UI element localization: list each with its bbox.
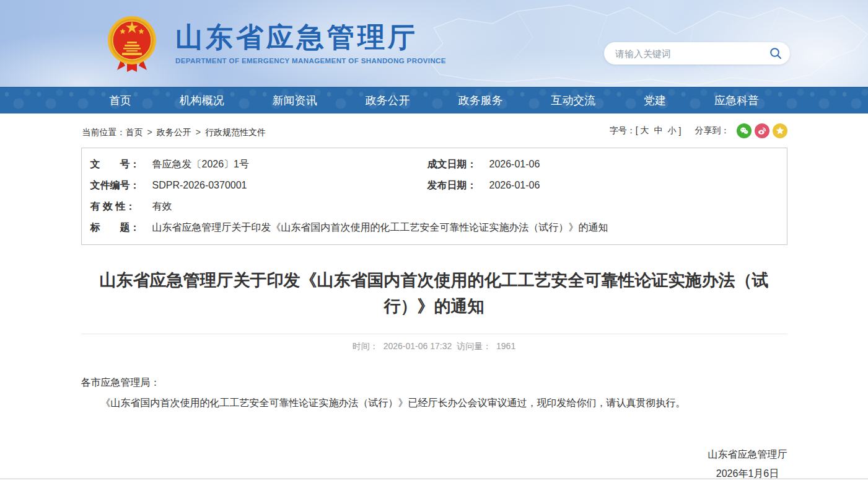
nav-item-science[interactable]: 应急科普 bbox=[714, 93, 759, 108]
nav-item-interaction[interactable]: 互动交流 bbox=[551, 93, 595, 108]
site-header: 山东省应急管理厅 DEPARTMENT OF EMERGENCY MANAGEM… bbox=[0, 0, 868, 87]
content-container: 当前位置：首页>政务公开>行政规范性文件 字号：[ 大 中 小 ] 分享到： bbox=[81, 123, 787, 480]
share-wechat-icon[interactable] bbox=[737, 123, 752, 138]
meta-row-validity: 有 效 性： 有效 bbox=[82, 196, 787, 217]
page: 山东省应急管理厅 DEPARTMENT OF EMERGENCY MANAGEM… bbox=[0, 0, 868, 480]
validity-label: 有 效 性： bbox=[90, 196, 152, 217]
share-label: 分享到： bbox=[695, 125, 730, 136]
doc-number-value: 鲁应急发〔2026〕1号 bbox=[152, 154, 419, 175]
file-code-value: SDPR-2026-0370001 bbox=[152, 175, 419, 196]
visits-value: 1961 bbox=[496, 341, 515, 351]
main-nav: 首页 机构概况 新闻资讯 政务公开 政务服务 互动交流 党建 应急科普 bbox=[0, 87, 868, 113]
validity-value: 有效 bbox=[152, 196, 172, 217]
font-size-prefix: 字号：[ bbox=[610, 125, 638, 136]
article-salutation: 各市应急管理局： bbox=[81, 373, 787, 392]
title-divider bbox=[81, 334, 787, 334]
share-weibo-icon[interactable] bbox=[755, 123, 769, 138]
breadcrumb-gov-affairs[interactable]: 政务公开 bbox=[157, 127, 191, 137]
publish-date-label: 发布日期： bbox=[427, 175, 489, 196]
written-date-label: 成文日期： bbox=[427, 154, 489, 175]
breadcrumb-home[interactable]: 首页 bbox=[126, 127, 143, 137]
search-icon[interactable] bbox=[769, 47, 783, 60]
font-size-small-button[interactable]: 小 bbox=[668, 125, 677, 136]
time-value: 2026-01-06 17:32 bbox=[384, 341, 452, 351]
meta-row-file-code: 文件编号： SDPR-2026-0370001 发布日期： 2026-01-06 bbox=[82, 175, 787, 196]
meta-row-doc-number: 文 号： 鲁应急发〔2026〕1号 成文日期： 2026-01-06 bbox=[82, 154, 787, 175]
font-size-medium-button[interactable]: 中 bbox=[654, 125, 663, 136]
article-meta-line: 时间： 2026-01-06 17:32 访问量： 1961 bbox=[81, 341, 787, 352]
written-date-value: 2026-01-06 bbox=[489, 154, 540, 175]
breadcrumb-prefix: 当前位置： bbox=[82, 127, 126, 137]
time-label: 时间： bbox=[353, 341, 379, 351]
site-logo[interactable]: 山东省应急管理厅 DEPARTMENT OF EMERGENCY MANAGEM… bbox=[101, 12, 446, 74]
national-emblem-icon bbox=[101, 12, 163, 74]
breadcrumb-separator: > bbox=[147, 127, 152, 137]
main-nav-inner: 首页 机构概况 新闻资讯 政务公开 政务服务 互动交流 党建 应急科普 bbox=[79, 87, 789, 113]
doc-title-value: 山东省应急管理厅关于印发《山东省国内首次使用的化工工艺安全可靠性论证实施办法（试… bbox=[152, 217, 608, 238]
article-signature: 山东省应急管理厅 2026年1月6日 bbox=[81, 445, 787, 480]
doc-number-label: 文 号： bbox=[90, 154, 152, 175]
signer-name: 山东省应急管理厅 bbox=[708, 445, 787, 464]
document-meta-table: 文 号： 鲁应急发〔2026〕1号 成文日期： 2026-01-06 文件编号：… bbox=[81, 148, 787, 245]
breadcrumb-separator: > bbox=[196, 127, 201, 137]
file-code-label: 文件编号： bbox=[90, 175, 152, 196]
nav-item-party[interactable]: 党建 bbox=[644, 93, 666, 108]
nav-item-home[interactable]: 首页 bbox=[109, 93, 131, 108]
site-title-english: DEPARTMENT OF EMERGENCY MANAGEMENT OF SH… bbox=[175, 57, 446, 64]
visits-label: 访问量： bbox=[457, 341, 491, 351]
nav-item-news[interactable]: 新闻资讯 bbox=[273, 93, 317, 108]
site-title: 山东省应急管理厅 bbox=[175, 22, 446, 52]
breadcrumb-toolbar-row: 当前位置：首页>政务公开>行政规范性文件 字号：[ 大 中 小 ] 分享到： bbox=[81, 123, 787, 138]
nav-item-about[interactable]: 机构概况 bbox=[180, 93, 224, 108]
search-box bbox=[604, 42, 790, 64]
nav-item-gov-services[interactable]: 政务服务 bbox=[458, 93, 502, 108]
publish-date-value: 2026-01-06 bbox=[489, 175, 540, 196]
meta-row-title: 标 题： 山东省应急管理厅关于印发《山东省国内首次使用的化工工艺安全可靠性论证实… bbox=[82, 217, 787, 238]
search-input[interactable] bbox=[615, 48, 769, 59]
page-toolbar: 字号：[ 大 中 小 ] 分享到： bbox=[610, 123, 787, 138]
breadcrumb-current: 行政规范性文件 bbox=[205, 127, 266, 137]
brand-text: 山东省应急管理厅 DEPARTMENT OF EMERGENCY MANAGEM… bbox=[175, 22, 446, 64]
font-size-suffix: ] bbox=[679, 126, 682, 136]
breadcrumb: 当前位置：首页>政务公开>行政规范性文件 bbox=[81, 127, 266, 138]
signature-block: 山东省应急管理厅 2026年1月6日 bbox=[708, 445, 787, 480]
doc-title-label: 标 题： bbox=[90, 217, 152, 238]
share-qzone-icon[interactable] bbox=[773, 123, 787, 138]
article-paragraph: 《山东省国内首次使用的化工工艺安全可靠性论证实施办法（试行）》已经厅长办公会议审… bbox=[81, 393, 787, 412]
font-size-large-button[interactable]: 大 bbox=[641, 125, 649, 136]
article-title: 山东省应急管理厅关于印发《山东省国内首次使用的化工工艺安全可靠性论证实施办法（试… bbox=[99, 267, 770, 319]
nav-item-gov-affairs[interactable]: 政务公开 bbox=[366, 93, 410, 108]
article-body: 各市应急管理局： 《山东省国内首次使用的化工工艺安全可靠性论证实施办法（试行）》… bbox=[81, 373, 787, 480]
